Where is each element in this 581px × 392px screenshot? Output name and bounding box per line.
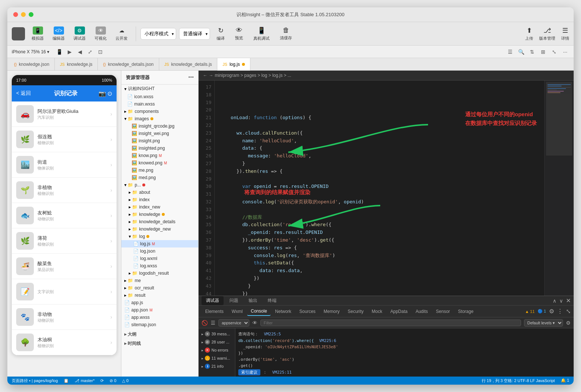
tree-file-log-js[interactable]: 📄 log.js M <box>121 240 198 247</box>
preserve-log-icon[interactable]: ☰ <box>211 320 215 326</box>
devtools-more-icon[interactable]: ⋮ <box>557 308 563 315</box>
tab-log-js[interactable]: JS log.js <box>217 58 250 71</box>
minimize-button[interactable] <box>21 12 26 17</box>
appservice-select[interactable]: appservice <box>218 319 249 327</box>
preview-button[interactable]: 👁 预览 <box>231 25 247 42</box>
list-item[interactable]: 🌳 木油桐 植物识别 › <box>12 330 117 355</box>
sidebar-user[interactable]: ▸ ⊘ 28 user ... <box>199 338 235 346</box>
device-icon-2[interactable]: ▶ <box>65 48 74 56</box>
device-icon-4[interactable]: ⤢ <box>86 48 94 56</box>
tree-folder-images[interactable]: ▾ 📁 images <box>121 115 198 122</box>
console-settings-icon[interactable]: ⚙ <box>566 320 571 326</box>
tree-project-root[interactable]: ▾ 识相INSIGHT <box>121 85 198 93</box>
devtab-console[interactable]: Console <box>247 307 271 316</box>
clear-console-icon[interactable]: 🚫 <box>202 320 208 326</box>
devtab-security[interactable]: Security <box>344 307 367 316</box>
tree-item[interactable]: 🖼️ insight_wei.png <box>121 130 198 137</box>
tree-folder-knowledge[interactable]: ▸ 📁 knowledge <box>121 211 198 218</box>
devtab-sensor[interactable]: Sensor <box>432 307 454 316</box>
tree-file-appjs[interactable]: 📄 app.js <box>121 299 198 306</box>
cloud-button[interactable]: ☁ 云开发 <box>112 25 131 43</box>
more-icon[interactable]: ⊞ <box>539 48 547 56</box>
bell-icon[interactable]: 🔔 1 <box>561 378 569 384</box>
list-item[interactable]: 🚗 阿尔法罗密欧Giulia 汽车识别 › <box>12 101 117 127</box>
tree-file-sitemap[interactable]: 📄 sitemap.json <box>121 321 198 328</box>
upload-button[interactable]: ⬆ 上传 <box>525 26 533 41</box>
copy-path-icon[interactable]: 📋 <box>64 378 69 383</box>
filetree-menu-icon[interactable]: ··· <box>188 74 194 81</box>
fullscreen-button[interactable] <box>29 12 33 17</box>
tree-folder-result[interactable]: ▸ 📁 result <box>121 292 198 299</box>
tree-item[interactable]: 🖼️ insight_qrcode.jpg <box>121 122 198 130</box>
tree-folder-log[interactable]: ▾ 📁 log <box>121 233 198 240</box>
clearcache-button[interactable]: 🗑 清缓存 <box>276 25 296 42</box>
console-link[interactable]: VM225:11 <box>272 370 292 375</box>
console-link[interactable]: VM225:6 <box>319 338 336 343</box>
close-button[interactable] <box>13 12 18 17</box>
mode-select-wrap[interactable]: 小程序模式 <box>140 28 176 40</box>
tab-knowledge-js[interactable]: JS knowledge.js <box>55 58 98 71</box>
device-icon-1[interactable]: 📱 <box>55 48 63 56</box>
devtab-storage[interactable]: Storage <box>455 307 477 316</box>
eye-icon[interactable]: 👁 <box>252 320 257 326</box>
tab-output[interactable]: 输出 <box>244 296 262 305</box>
editor-button[interactable]: </> 编辑器 <box>49 25 68 43</box>
tree-folder-knowledge-new[interactable]: ▸ 📁 knowledge_new <box>121 225 198 233</box>
tree-file-log-json[interactable]: 📄 log.json <box>121 247 198 255</box>
realtest-button[interactable]: 📱 真机调试 <box>250 25 273 43</box>
list-item[interactable]: 🐟 友树鯰 动物识别 › <box>12 203 117 228</box>
list-item[interactable]: 🌿 假连翘 植物识别 › <box>12 127 117 152</box>
tree-item[interactable]: 🖼️ me.png <box>121 167 198 174</box>
tree-folder-ocr[interactable]: ▸ 📁 ocr_result <box>121 284 198 292</box>
devtab-network[interactable]: Network <box>271 307 295 316</box>
expand-icon[interactable]: ⤡ <box>550 48 558 56</box>
list-item[interactable]: 🐾 非动物 动物识别 › <box>12 304 117 330</box>
filter-icon[interactable]: ⇅ <box>528 48 536 56</box>
tree-folder-knowledge-details[interactable]: ▸ 📁 knowledge_details <box>121 218 198 225</box>
devtab-appdata[interactable]: AppData <box>386 307 411 316</box>
back-button[interactable]: < 返回 <box>16 90 31 97</box>
tab-knowledge-json[interactable]: {} knowledge.json <box>9 58 55 71</box>
tab-terminal[interactable]: 终端 <box>263 296 281 305</box>
log-level-select[interactable]: Default levels ▾ <box>524 319 563 327</box>
tab-debugger[interactable]: 调试器 <box>202 296 224 305</box>
devtab-elements[interactable]: Elements <box>202 307 227 316</box>
tab-knowledge-details-js[interactable]: JS knowledge_details.js <box>159 58 218 71</box>
tree-folder-logodish[interactable]: ▸ 📁 logodish_result <box>121 270 198 277</box>
list-item[interactable]: 🏙️ 街道 物体识别 › <box>12 152 117 178</box>
list-item[interactable]: 🍜 酸菜鱼 菜品识别 › <box>12 254 117 279</box>
filetree-icon[interactable]: ☰ <box>506 48 514 56</box>
sidebar-warnings[interactable]: ▸ △ 11 warni... <box>199 354 235 362</box>
visualize-button[interactable]: 👁 可视化 <box>91 25 110 43</box>
collapse-down-btn[interactable]: ∨ <box>559 298 563 304</box>
simulator-button[interactable]: 📱 模拟器 <box>28 25 47 43</box>
tree-folder-about[interactable]: ▸ 📁 about <box>121 189 198 196</box>
dots-icon[interactable]: ··· <box>561 48 569 56</box>
devtab-memory[interactable]: Memory <box>320 307 343 316</box>
nav-back-btn[interactable]: ← <box>203 73 207 78</box>
tree-item[interactable]: 🖼️ insighted.png <box>121 145 198 152</box>
collapse-up-btn[interactable]: ∧ <box>553 298 556 304</box>
device-select[interactable]: iPhone X 75% 16 ▾ <box>12 49 49 54</box>
tree-folder-components[interactable]: ▸ 📁 components <box>121 108 198 115</box>
list-item[interactable]: 🌱 非植物 植物识别 › <box>12 178 117 203</box>
tree-file-log-wxml[interactable]: 📄 log.wxml <box>121 255 198 262</box>
tree-folder-index[interactable]: ▸ 📁 index <box>121 196 198 203</box>
compile-select-wrap[interactable]: 普通编译 <box>179 28 210 40</box>
nav-forward-btn[interactable]: → <box>209 73 213 78</box>
tree-item[interactable]: 🖼️ insight.png <box>121 137 198 145</box>
console-link[interactable]: VM225:5 <box>264 332 281 336</box>
mode-select[interactable]: 小程序模式 <box>140 28 176 40</box>
tree-item[interactable]: 🖼️ knowed.png M <box>121 159 198 167</box>
devtab-wxml[interactable]: Wxml <box>228 307 246 316</box>
sidebar-errors[interactable]: ▸ ✕ No errors <box>199 346 235 354</box>
debugger-button[interactable]: ⚙ 调试器 <box>70 25 89 43</box>
devtools-popout-icon[interactable]: ⤡ <box>566 308 571 315</box>
tree-folder-me[interactable]: ▸ 📁 me <box>121 277 198 284</box>
devtab-sources[interactable]: Sources <box>296 307 319 316</box>
compile-button[interactable]: ↻ 编译 <box>213 25 228 43</box>
tree-item[interactable]: 📄 main.wxss <box>121 100 198 108</box>
devtab-audits[interactable]: Audits <box>412 307 431 316</box>
tree-file-appwxss[interactable]: 📄 app.wxss <box>121 314 198 321</box>
details-button[interactable]: ☰ 详情 <box>561 26 569 41</box>
